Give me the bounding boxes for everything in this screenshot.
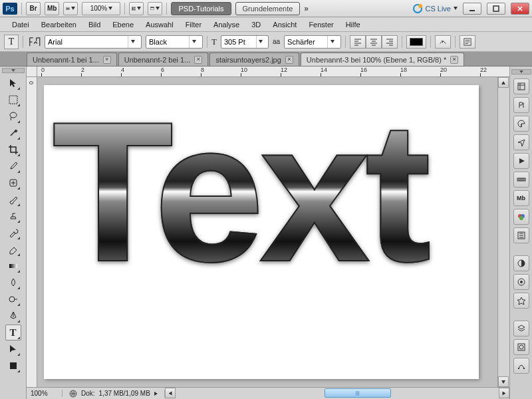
vertical-scrollbar[interactable]	[497, 77, 509, 387]
shape-tool[interactable]	[5, 358, 21, 374]
minibridge-button[interactable]: Mb	[45, 2, 59, 15]
horizontal-scrollbar[interactable]	[165, 388, 509, 399]
marquee-tool[interactable]	[5, 92, 21, 108]
brush-tool[interactable]	[5, 192, 21, 207]
workspace-grundelemente-button[interactable]: Grundelemente	[235, 2, 301, 15]
gradient-tool[interactable]	[5, 258, 21, 274]
pen-tool[interactable]	[5, 308, 21, 324]
text-layer[interactable]: Text	[52, 92, 479, 291]
cs-live-button[interactable]: CS Live	[413, 4, 458, 13]
menu-analyse[interactable]: Analyse	[208, 19, 245, 31]
menu-ebene[interactable]: Ebene	[107, 19, 139, 31]
tools-collapse-button[interactable]	[2, 68, 25, 73]
screen-mode-button[interactable]	[148, 2, 162, 15]
healing-brush-tool[interactable]	[5, 175, 21, 191]
magic-wand-tool[interactable]	[5, 125, 21, 141]
swatches-panel-icon[interactable]	[513, 116, 529, 132]
minibridge-panel-icon[interactable]: Mb	[513, 190, 529, 206]
lasso-tool[interactable]	[5, 108, 21, 124]
styles-panel-icon[interactable]	[513, 293, 529, 309]
layers-panel-icon[interactable]	[513, 321, 529, 336]
adjustments-panel-icon[interactable]	[513, 227, 529, 243]
horizontal-ruler[interactable]: 0 2 4 6 8 10 12 14 16 18 20 22	[37, 66, 509, 77]
menu-filter[interactable]: Filter	[180, 19, 207, 31]
dodge-tool[interactable]	[5, 291, 21, 307]
close-tab-icon[interactable]: ×	[450, 56, 458, 64]
history-brush-tool[interactable]	[5, 225, 21, 241]
menu-3d[interactable]: 3D	[246, 19, 266, 31]
text-orientation-button[interactable]	[27, 35, 41, 49]
document-tab[interactable]: Unbenannt-1 bei 1...×	[27, 53, 117, 66]
dropdown-icon[interactable]	[256, 36, 265, 48]
menu-auswahl[interactable]: Auswahl	[140, 19, 179, 31]
maximize-button[interactable]	[487, 3, 505, 15]
close-tab-icon[interactable]: ×	[285, 56, 293, 64]
font-size-field[interactable]	[221, 35, 269, 49]
actions-panel-icon[interactable]	[513, 153, 529, 169]
type-tool[interactable]: T	[5, 325, 21, 340]
font-size-input[interactable]	[221, 38, 256, 46]
arrange-documents-button[interactable]	[129, 2, 144, 15]
crop-tool[interactable]	[5, 142, 21, 158]
blur-tool[interactable]	[5, 275, 21, 291]
brushes-panel-icon[interactable]	[513, 274, 529, 290]
font-weight-input[interactable]	[146, 38, 189, 46]
document-tab[interactable]: stairsuntoayers2.jpg×	[209, 53, 299, 66]
dropdown-icon[interactable]	[128, 36, 137, 48]
workspace-psdtutorials-button[interactable]: PSD-Tutorials	[171, 2, 231, 15]
scroll-right-button[interactable]	[499, 388, 509, 398]
canvas[interactable]: Text	[37, 77, 497, 387]
status-zoom[interactable]: 100%	[27, 390, 63, 397]
view-extras-button[interactable]	[63, 2, 78, 15]
close-tab-icon[interactable]: ×	[194, 56, 202, 64]
menu-ansicht[interactable]: Ansicht	[267, 19, 302, 31]
character-panel-icon[interactable]	[513, 97, 529, 113]
scroll-down-button[interactable]	[498, 376, 509, 387]
text-color-swatch[interactable]	[406, 35, 426, 49]
menu-bearbeiten[interactable]: Bearbeiten	[36, 19, 82, 31]
doc-menu-icon[interactable]	[154, 392, 158, 396]
navigator-panel-icon[interactable]	[513, 134, 529, 150]
close-button[interactable]	[511, 3, 529, 15]
ruler-origin[interactable]	[27, 66, 37, 77]
align-center-button[interactable]	[366, 35, 382, 49]
font-family-field[interactable]	[45, 35, 142, 49]
eraser-tool[interactable]	[5, 241, 21, 257]
current-tool-icon[interactable]: T	[4, 35, 19, 49]
document-tab[interactable]: Unbenannt-2 bei 1...×	[118, 53, 209, 66]
photoshop-logo-icon[interactable]: Ps	[3, 3, 17, 15]
panel-collapse-button[interactable]	[511, 69, 531, 74]
bridge-button[interactable]: Br	[26, 2, 41, 15]
warp-text-button[interactable]: T	[435, 35, 451, 49]
menu-bild[interactable]: Bild	[83, 19, 106, 31]
clone-stamp-tool[interactable]	[5, 208, 21, 224]
paths-panel-icon[interactable]	[513, 358, 529, 374]
zoom-level-button[interactable]: 100%	[82, 2, 120, 15]
font-weight-field[interactable]	[146, 35, 203, 49]
scroll-up-button[interactable]	[498, 77, 509, 88]
workspace-more-icon[interactable]: »	[304, 4, 307, 13]
font-family-input[interactable]	[45, 38, 128, 46]
channels-panel-icon[interactable]	[513, 339, 529, 355]
dropdown-icon[interactable]	[189, 36, 198, 48]
measure-panel-icon[interactable]	[513, 172, 529, 188]
move-tool[interactable]	[5, 75, 21, 91]
masks-panel-icon[interactable]	[513, 255, 529, 271]
antialias-input[interactable]	[285, 38, 327, 46]
align-left-button[interactable]	[350, 35, 366, 49]
path-selection-tool[interactable]	[5, 341, 21, 357]
scroll-thumb[interactable]	[325, 388, 391, 398]
align-right-button[interactable]	[382, 35, 398, 49]
color-panel-icon[interactable]	[513, 209, 529, 225]
character-panel-button[interactable]	[460, 35, 475, 49]
scroll-left-button[interactable]	[165, 388, 176, 398]
minimize-button[interactable]	[463, 3, 481, 15]
antialias-field[interactable]	[284, 35, 341, 49]
close-tab-icon[interactable]: ×	[103, 56, 111, 64]
status-doc-info[interactable]: Dok: 1,37 MB/1,09 MB	[63, 390, 165, 398]
menu-fenster[interactable]: Fenster	[303, 19, 338, 31]
dropdown-icon[interactable]	[327, 36, 336, 48]
document-tab-active[interactable]: Unbenannt-3 bei 100% (Ebene 1, RGB/8) *×	[301, 53, 464, 66]
menu-hilfe[interactable]: Hilfe	[340, 19, 366, 31]
eyedropper-tool[interactable]	[5, 158, 21, 174]
